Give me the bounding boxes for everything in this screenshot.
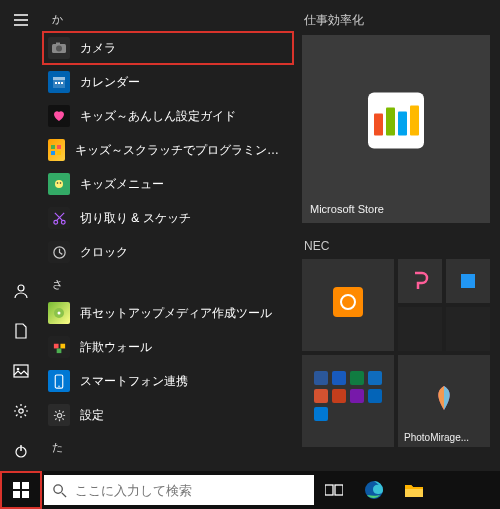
svg-rect-1 [14, 365, 28, 377]
folder-icon [404, 482, 424, 498]
svg-point-24 [58, 312, 61, 315]
hamburger-button[interactable] [0, 0, 42, 40]
nec-orange-icon [333, 287, 363, 317]
calendar-icon [48, 71, 70, 93]
app-label: 切り取り & スケッチ [80, 210, 191, 227]
user-icon [13, 283, 29, 299]
edge-icon [364, 480, 384, 500]
list-header-ka[interactable]: か [42, 4, 294, 31]
app-label: キッズメニュー [80, 176, 164, 193]
clock-icon [48, 241, 70, 263]
taskbar [0, 471, 500, 509]
app-item-calendar[interactable]: カレンダー [42, 65, 294, 99]
app-list[interactable]: か カメラ カレンダー キッズ～あんしん設定ガイド キッズ～スクラッチでプログラ… [42, 0, 294, 471]
app-item-camera[interactable]: カメラ [42, 31, 294, 65]
svg-rect-7 [56, 43, 60, 45]
scissors-icon [48, 207, 70, 229]
svg-point-19 [60, 182, 62, 184]
app-label: カレンダー [80, 74, 140, 91]
search-input[interactable] [75, 483, 306, 498]
recovery-icon [48, 302, 70, 324]
phone-icon [48, 370, 70, 392]
tile-microsoft-store[interactable]: Microsoft Store [302, 35, 490, 223]
sagi-icon [48, 336, 70, 358]
svg-point-0 [18, 285, 24, 291]
svg-point-18 [57, 182, 59, 184]
app-item-recovery[interactable]: 再セットアップメディア作成ツール [42, 296, 294, 330]
list-header-ta[interactable]: た [42, 432, 294, 459]
left-rail [0, 0, 42, 471]
svg-rect-15 [51, 151, 55, 155]
kids-safe-icon [48, 105, 70, 127]
app-item-kids-safe[interactable]: キッズ～あんしん設定ガイド [42, 99, 294, 133]
tile-group-title-1[interactable]: 仕事効率化 [302, 6, 492, 35]
app-label: クロック [80, 244, 128, 261]
search-box[interactable] [44, 475, 314, 505]
svg-rect-36 [22, 491, 29, 498]
svg-point-2 [17, 368, 20, 371]
svg-point-21 [61, 220, 65, 224]
start-button[interactable] [0, 471, 42, 509]
taskbar-edge[interactable] [354, 471, 394, 509]
kids-scratch-icon [48, 139, 65, 161]
svg-point-37 [54, 484, 62, 492]
camera-icon [48, 37, 70, 59]
app-item-kids-menu[interactable]: キッズメニュー [42, 167, 294, 201]
settings-button[interactable] [0, 391, 42, 431]
svg-rect-35 [13, 491, 20, 498]
tile-nec-2[interactable] [398, 259, 442, 303]
svg-point-6 [56, 46, 62, 52]
svg-rect-12 [61, 82, 63, 84]
app-item-clock[interactable]: クロック [42, 235, 294, 269]
power-icon [13, 443, 29, 459]
windows-icon [13, 482, 29, 498]
ms-store-icon [368, 93, 424, 149]
svg-rect-9 [53, 77, 65, 80]
tile-label: Microsoft Store [310, 203, 384, 215]
svg-rect-26 [60, 343, 65, 348]
app-item-kids-scratch[interactable]: キッズ～スクラッチでプログラミングをはじめよう [42, 133, 294, 167]
app-label: カメラ [80, 40, 116, 57]
svg-point-3 [19, 409, 23, 413]
tile-nec-empty-2[interactable] [446, 307, 490, 351]
gear-icon [13, 403, 29, 419]
svg-point-31 [341, 295, 355, 309]
power-button[interactable] [0, 431, 42, 471]
app-label: キッズ～スクラッチでプログラミングをはじめよう [75, 142, 288, 159]
photomirage-icon [429, 383, 459, 413]
tile-nec-1[interactable] [302, 259, 394, 351]
app-item-settings[interactable]: 設定 [42, 398, 294, 432]
app-label: 詐欺ウォール [80, 339, 152, 356]
task-view-button[interactable] [314, 471, 354, 509]
app-label: キッズ～あんしん設定ガイド [80, 108, 236, 125]
svg-rect-38 [325, 485, 333, 495]
svg-rect-14 [57, 145, 61, 149]
p-icon [409, 270, 431, 292]
svg-rect-10 [55, 82, 57, 84]
hamburger-icon [13, 12, 29, 28]
app-label: 再セットアップメディア作成ツール [80, 305, 272, 322]
tile-office[interactable] [302, 355, 394, 447]
list-header-sa[interactable]: さ [42, 269, 294, 296]
document-icon [13, 323, 29, 339]
taskbar-explorer[interactable] [394, 471, 434, 509]
user-button[interactable] [0, 271, 42, 311]
app-item-phone[interactable]: スマートフォン連携 [42, 364, 294, 398]
task-view-icon [325, 483, 343, 497]
pictures-button[interactable] [0, 351, 42, 391]
tile-label: PhotoMirage... [404, 432, 469, 443]
tile-nec-3[interactable] [446, 259, 490, 303]
documents-button[interactable] [0, 311, 42, 351]
svg-rect-32 [461, 274, 475, 288]
svg-point-29 [58, 385, 60, 387]
svg-rect-16 [57, 151, 61, 155]
kids-menu-icon [48, 173, 70, 195]
svg-rect-13 [51, 145, 55, 149]
tile-group-title-2[interactable]: NEC [302, 233, 492, 259]
svg-rect-11 [58, 82, 60, 84]
app-item-sagi[interactable]: 詐欺ウォール [42, 330, 294, 364]
svg-point-20 [53, 220, 57, 224]
tile-photomirage[interactable]: PhotoMirage... [398, 355, 490, 447]
app-item-snip[interactable]: 切り取り & スケッチ [42, 201, 294, 235]
tile-nec-empty-1[interactable] [398, 307, 442, 351]
